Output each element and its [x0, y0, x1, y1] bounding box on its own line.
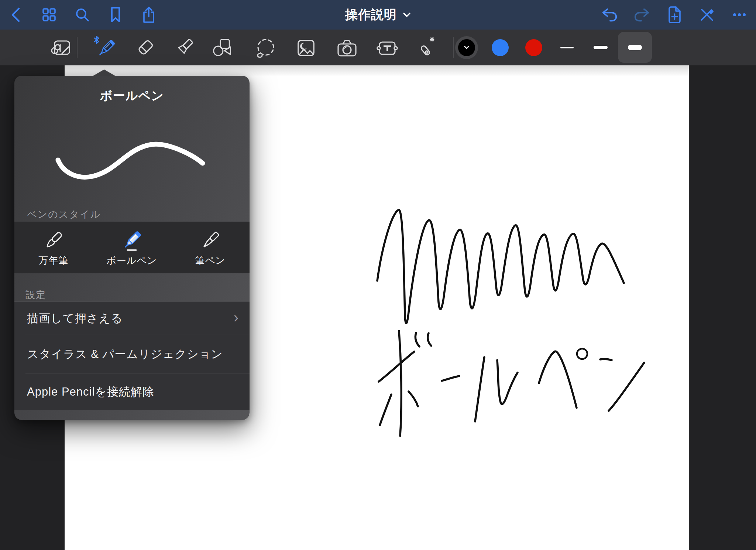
chevron-right-icon: › [234, 310, 238, 325]
shapes-tool[interactable] [205, 30, 238, 65]
selected-chevron-icon [464, 45, 470, 49]
pen-style-ballpoint-selected[interactable]: ボールペン [106, 228, 157, 267]
settings-section-label: 設定 [25, 288, 46, 301]
thumbnails-grid-icon [41, 7, 57, 23]
pen-settings-popover: ボールペン ペンのスタイル 万年筆 [14, 76, 250, 420]
nav-left-group [0, 0, 157, 30]
bookmark-icon [108, 6, 123, 23]
black-swatch [458, 39, 475, 56]
camera-tool[interactable] [330, 30, 364, 65]
bookmark-button[interactable] [107, 4, 124, 25]
thick-stroke-pill [628, 45, 642, 50]
pen-style-label: 筆ペン [195, 254, 225, 267]
lasso-icon [255, 37, 277, 59]
thin-stroke-pill [560, 47, 574, 48]
laser-pointer-icon [415, 36, 437, 59]
camera-icon [335, 37, 359, 58]
brush-pen-icon [198, 228, 223, 253]
pen-style-section-label: ペンのスタイル [27, 208, 101, 221]
stroke-width-thin[interactable] [550, 30, 584, 65]
add-page-icon [666, 6, 683, 24]
text-box-icon [375, 37, 399, 58]
fountain-pen-icon [41, 228, 66, 253]
settings-rows: 描画して押さえる › スタイラス & パームリジェクション Apple Penc… [14, 301, 250, 410]
pen-style-label: 万年筆 [38, 254, 68, 267]
setting-row-stylus-palm-rejection[interactable]: スタイラス & パームリジェクション [14, 335, 250, 373]
redo-button[interactable] [633, 4, 650, 25]
toolbar-divider [77, 37, 78, 58]
back-button[interactable] [7, 4, 24, 25]
eraser-tool[interactable] [128, 30, 162, 65]
setting-row-disconnect-apple-pencil[interactable]: Apple Pencilを接続解除 [14, 373, 250, 410]
undo-icon [601, 7, 618, 23]
color-swatch-black[interactable] [450, 30, 484, 65]
pen-style-label: ボールペン [106, 254, 157, 267]
color-swatch-red[interactable] [517, 30, 551, 65]
ballpoint-pen-icon [120, 228, 144, 253]
more-ellipsis-icon [731, 7, 748, 23]
pen-style-brush[interactable]: 筆ペン [195, 228, 225, 267]
highlighter-icon [173, 36, 196, 59]
add-page-button[interactable] [666, 4, 683, 25]
search-icon [74, 7, 90, 23]
shapes-icon [210, 36, 233, 59]
setting-row-draw-and-hold[interactable]: 描画して押さえる › [14, 302, 250, 335]
pen-style-fountain[interactable]: 万年筆 [38, 228, 68, 267]
blue-swatch [492, 39, 509, 56]
search-button[interactable] [74, 4, 91, 25]
pen-cross-icon [698, 7, 715, 23]
stroke-width-medium[interactable] [584, 30, 618, 65]
thumbnails-button[interactable] [41, 4, 58, 25]
share-button[interactable] [140, 4, 157, 25]
top-nav-bar: 操作説明 [0, 0, 756, 30]
eraser-icon [134, 36, 157, 59]
laser-pointer-tool[interactable] [409, 30, 443, 65]
goodnotes-screen: 操作説明 [0, 0, 756, 550]
bluetooth-pen-icon [90, 35, 117, 60]
text-tool[interactable] [370, 30, 404, 65]
pen-style-row: 万年筆 ボールペン 筆ペン [14, 222, 250, 273]
title-chevron-down-icon[interactable] [403, 12, 411, 17]
setting-row-label: スタイラス & パームリジェクション [27, 346, 223, 362]
share-icon [141, 6, 157, 24]
pen-toggle-button[interactable] [698, 4, 715, 25]
setting-row-label: Apple Pencilを接続解除 [27, 384, 154, 400]
red-swatch [525, 39, 542, 56]
popover-title: ボールペン [14, 88, 250, 104]
undo-button[interactable] [601, 4, 618, 25]
image-tool[interactable] [289, 30, 323, 65]
medium-stroke-pill [594, 46, 608, 49]
view-mode-icon [49, 37, 72, 59]
popover-arrow [93, 69, 116, 76]
back-chevron-icon [10, 6, 22, 23]
document-title[interactable]: 操作説明 [345, 6, 397, 23]
image-icon [295, 37, 317, 58]
setting-row-label: 描画して押さえる [27, 311, 123, 326]
view-mode-tool[interactable] [44, 30, 78, 65]
pen-tool-selected[interactable] [87, 30, 121, 65]
more-button[interactable] [731, 4, 748, 25]
lasso-tool[interactable] [249, 30, 283, 65]
redo-icon [633, 7, 650, 23]
stroke-width-thick-selected[interactable] [618, 32, 652, 63]
drawing-toolbar [0, 30, 756, 65]
highlighter-tool[interactable] [167, 30, 201, 65]
color-swatch-blue[interactable] [483, 30, 517, 65]
nav-right-group [601, 0, 756, 30]
